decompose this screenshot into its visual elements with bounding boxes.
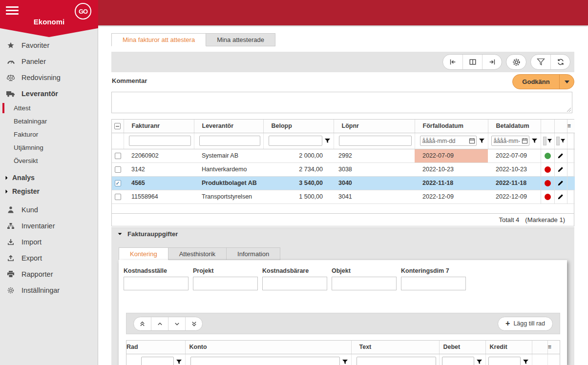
row-checkbox[interactable] bbox=[115, 153, 121, 159]
col-lopnr[interactable]: Löpnr bbox=[334, 120, 415, 133]
column-menu-icon[interactable]: ≡ bbox=[547, 341, 560, 354]
col-text[interactable]: Text bbox=[351, 341, 439, 354]
sidebar-item-redovisning[interactable]: Redovisning bbox=[0, 69, 98, 85]
col-debet[interactable]: Debet bbox=[439, 341, 485, 354]
sidebar-item-kund[interactable]: Kund bbox=[0, 202, 98, 218]
hamburger-menu-icon[interactable] bbox=[6, 6, 19, 15]
move-bottom-button[interactable] bbox=[185, 317, 202, 330]
konteringsdim7-input[interactable] bbox=[401, 277, 466, 290]
filter-funnel-icon[interactable] bbox=[476, 359, 483, 365]
col-rad[interactable]: Rad bbox=[126, 341, 185, 354]
invoice-row-selected[interactable]: 4565 Produktbolaget AB 3 540,00 3040 202… bbox=[112, 176, 575, 190]
col-konto[interactable]: Konto bbox=[185, 341, 351, 354]
settings-button-group bbox=[506, 54, 526, 70]
sidebar-subitem-fakturor[interactable]: Fakturor bbox=[0, 128, 98, 141]
objekt-input[interactable] bbox=[332, 277, 397, 290]
row-checkbox[interactable] bbox=[115, 194, 121, 200]
sidebar-item-favoriter[interactable]: Favoriter bbox=[0, 37, 98, 53]
filter-funnel-icon[interactable] bbox=[479, 138, 485, 144]
sidebar-subitem-utjamning[interactable]: Utjämning bbox=[0, 141, 98, 154]
filter-belopp-input[interactable] bbox=[269, 136, 322, 146]
tab-kontering[interactable]: Kontering bbox=[119, 247, 168, 260]
refresh-button[interactable] bbox=[550, 55, 570, 69]
filter-kredit-input[interactable] bbox=[488, 357, 521, 365]
filter-funnel-icon[interactable] bbox=[560, 138, 566, 144]
edit-pencil-icon[interactable] bbox=[557, 165, 565, 173]
collapse-right-button[interactable] bbox=[482, 55, 502, 69]
invoice-row[interactable]: 22060902 Systemair AB 2 000,00 2992 2022… bbox=[112, 149, 575, 162]
filter-funnel-icon[interactable] bbox=[547, 138, 552, 144]
sidebar-item-paneler[interactable]: Paneler bbox=[0, 53, 98, 69]
add-row-button[interactable]: + Lägg till rad bbox=[498, 317, 553, 331]
table-toolbar bbox=[111, 52, 574, 72]
approve-button[interactable]: Godkänn bbox=[512, 74, 574, 89]
col-betaldatum[interactable]: Betaldatum bbox=[488, 120, 541, 133]
filter-edit-box[interactable] bbox=[556, 137, 560, 145]
filter-funnel-icon[interactable] bbox=[523, 359, 529, 365]
filter-konto-input[interactable] bbox=[190, 357, 340, 365]
sidebar-item-label: Kund bbox=[21, 206, 38, 214]
move-top-button[interactable] bbox=[134, 317, 151, 330]
filter-forfallodatum-input[interactable] bbox=[420, 136, 477, 146]
filter-funnel-icon[interactable] bbox=[342, 359, 348, 365]
sidebar-item-inventarier[interactable]: Inventarier bbox=[0, 218, 98, 234]
sidebar-subitem-attest[interactable]: Attest bbox=[0, 101, 98, 115]
edit-pencil-icon[interactable] bbox=[557, 193, 565, 201]
comment-textarea[interactable] bbox=[111, 92, 572, 113]
sidebar-subitem-betalningar[interactable]: Betalningar bbox=[0, 115, 98, 128]
filter-lopnr-input[interactable] bbox=[339, 136, 412, 146]
resize-handle[interactable] bbox=[567, 107, 571, 112]
col-belopp[interactable]: Belopp bbox=[263, 120, 334, 133]
filter-button[interactable] bbox=[531, 55, 550, 69]
fakturauppgifter-header[interactable]: Fakturauppgifter bbox=[111, 227, 574, 240]
tab-mina-fakturor-att-attestera[interactable]: Mina fakturor att attestera bbox=[111, 33, 206, 46]
col-kredit[interactable]: Kredit bbox=[485, 341, 532, 354]
sidebar-item-leverantor[interactable]: Leverantör bbox=[0, 85, 98, 101]
sidebar-item-export[interactable]: Export bbox=[0, 250, 98, 266]
collapse-left-button[interactable] bbox=[443, 55, 462, 69]
settings-button[interactable] bbox=[506, 55, 526, 69]
calendar-icon[interactable] bbox=[522, 138, 528, 144]
sidebar-subitem-oversikt[interactable]: Översikt bbox=[0, 154, 98, 167]
col-leverantor[interactable]: Leverantör bbox=[194, 120, 263, 133]
calendar-icon[interactable] bbox=[469, 138, 475, 144]
filter-leverantor-input[interactable] bbox=[199, 136, 260, 146]
edit-pencil-icon[interactable] bbox=[557, 179, 565, 187]
split-view-button[interactable] bbox=[462, 55, 482, 69]
move-up-button[interactable] bbox=[151, 317, 168, 330]
col-forfallodatum[interactable]: Förfallodatum bbox=[415, 120, 488, 133]
sidebar-item-label: Redovisning bbox=[21, 74, 61, 81]
filter-funnel-icon[interactable] bbox=[324, 138, 331, 144]
sidebar-group-register[interactable]: Register bbox=[0, 184, 98, 198]
projekt-input[interactable] bbox=[193, 277, 258, 290]
column-menu-icon[interactable]: ≡ bbox=[567, 120, 575, 133]
invoice-row[interactable]: 11558964 Transportstyrelsen 1 500,00 304… bbox=[112, 190, 575, 203]
sidebar-group-analys[interactable]: Analys bbox=[0, 171, 98, 184]
approve-dropdown-button[interactable] bbox=[559, 75, 574, 89]
sidebar-item-rapporter[interactable]: Rapporter bbox=[0, 266, 98, 282]
sidebar-item-import[interactable]: Import bbox=[0, 234, 98, 250]
table-footer: Totalt 4 (Markerade 1) bbox=[112, 214, 574, 226]
select-all-checkbox[interactable] bbox=[114, 123, 121, 129]
filter-text-input[interactable] bbox=[357, 357, 436, 365]
filter-status-box[interactable] bbox=[543, 137, 546, 145]
kontering-table: Rad Konto Text Debet Kredit ≡ bbox=[126, 340, 560, 365]
filter-debet-input[interactable] bbox=[442, 357, 474, 365]
kostnadsstalle-input[interactable] bbox=[124, 277, 189, 290]
move-down-button[interactable] bbox=[168, 317, 185, 330]
filter-rad-input[interactable] bbox=[141, 357, 174, 365]
filter-funnel-icon[interactable] bbox=[531, 138, 538, 144]
tab-information[interactable]: Information bbox=[227, 247, 280, 260]
row-checkbox[interactable] bbox=[115, 166, 121, 173]
invoice-row[interactable]: 3142 Hantverkardemo 2 734,00 3038 2022-1… bbox=[112, 162, 575, 176]
chevron-down-icon bbox=[117, 232, 123, 236]
edit-pencil-icon[interactable] bbox=[557, 152, 565, 160]
tab-attesthistorik[interactable]: Attesthistorik bbox=[168, 247, 227, 260]
row-checkbox-checked[interactable] bbox=[115, 180, 121, 186]
sidebar-item-installningar[interactable]: Inställningar bbox=[0, 282, 98, 298]
filter-fakturanr-input[interactable] bbox=[129, 136, 191, 146]
col-fakturanr[interactable]: Fakturanr bbox=[124, 120, 194, 133]
kostnadsbarare-input[interactable] bbox=[262, 277, 327, 290]
tab-mina-attesterade[interactable]: Mina attesterade bbox=[206, 33, 275, 46]
filter-funnel-icon[interactable] bbox=[176, 359, 182, 365]
